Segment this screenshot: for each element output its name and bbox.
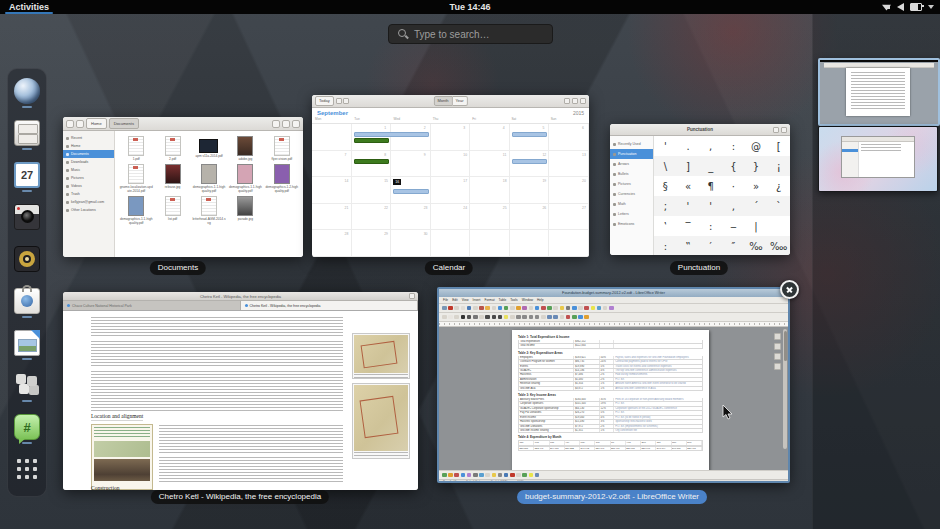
toolbar-icon[interactable] (448, 473, 453, 478)
category-letters[interactable]: Letters (610, 209, 653, 219)
toolbar-icon[interactable] (584, 315, 589, 320)
toolbar-icon[interactable] (609, 306, 614, 311)
toolbar-icon[interactable] (522, 473, 527, 478)
toolbar-icon[interactable] (510, 473, 515, 478)
category-arrows[interactable]: Arrows (610, 159, 653, 169)
toolbar-icon[interactable] (529, 306, 534, 311)
file-item[interactable]: demographics-1.1-highquality.pdf (228, 164, 262, 193)
thumbnail-map[interactable] (352, 333, 410, 379)
toolbar-icon[interactable] (535, 473, 540, 478)
sidebar-item-other-locations[interactable]: Other Locations (63, 206, 114, 214)
toolbar-icon[interactable] (442, 306, 447, 311)
glyph-cell[interactable]: « (677, 176, 700, 196)
writer-sidebar-tabs[interactable] (774, 333, 781, 370)
glyph-cell[interactable]: _ (699, 156, 722, 176)
toolbar-icon[interactable] (485, 315, 490, 320)
dash-item-characters[interactable] (10, 372, 44, 410)
category-punctuation[interactable]: Punctuation (610, 149, 653, 159)
prev-month-icon[interactable] (336, 98, 342, 104)
toolbar-icon[interactable] (560, 306, 565, 311)
menu-view[interactable]: View (462, 298, 469, 302)
browser-tab[interactable]: Chaco Culture National Historical Park (63, 301, 241, 310)
toolbar-icon[interactable] (492, 473, 497, 478)
glyph-cell[interactable]: ‟ (677, 236, 700, 255)
toolbar-icon[interactable] (492, 306, 497, 311)
menu-help[interactable]: Help (537, 298, 544, 302)
menu-table[interactable]: Table (499, 298, 507, 302)
path-home-button[interactable]: Home (86, 118, 107, 129)
toolbar-icon[interactable] (516, 306, 521, 311)
menu-window[interactable]: Window (522, 298, 533, 302)
glyph-cell[interactable]: ' (677, 196, 700, 216)
today-button[interactable]: Today (315, 96, 334, 106)
glyph-cell[interactable]: } (745, 156, 768, 176)
toolbar-icon[interactable] (454, 306, 459, 311)
toolbar-icon[interactable] (492, 315, 497, 320)
toolbar-icon[interactable] (473, 306, 478, 311)
toolbar-icon[interactable] (510, 315, 515, 320)
sidebar-item-documents[interactable]: Documents (63, 150, 114, 158)
toolbar-icon[interactable] (578, 315, 583, 320)
menu-icon[interactable] (773, 127, 779, 133)
glyph-cell[interactable]: : (722, 136, 745, 156)
view-month-button[interactable]: Month (433, 96, 452, 106)
calendar-cell[interactable] (470, 230, 510, 257)
workspace-thumbnail-1[interactable] (818, 58, 940, 126)
back-icon[interactable] (66, 120, 74, 128)
glyph-cell[interactable]: ] (677, 156, 700, 176)
calendar-event[interactable] (354, 159, 390, 164)
toolbar-icon[interactable] (461, 315, 466, 320)
glyph-cell[interactable]: ´ (745, 196, 768, 216)
toolbar-icon[interactable] (504, 315, 509, 320)
glyph-cell[interactable]: . (677, 136, 700, 156)
toolbar-icon[interactable] (553, 315, 558, 320)
sidebar-item-trash[interactable]: Trash (63, 190, 114, 198)
toolbar-icon[interactable] (603, 306, 608, 311)
toolbar-icon[interactable] (467, 306, 472, 311)
glyph-cell[interactable]: ¡ (767, 156, 790, 176)
close-window-button[interactable] (780, 280, 799, 299)
close-icon[interactable] (781, 127, 787, 133)
dash-item-music[interactable] (10, 246, 44, 284)
scrollbar[interactable] (783, 329, 787, 449)
glyph-cell[interactable]: ` (767, 196, 790, 216)
view-year-button[interactable]: Year (453, 96, 468, 106)
calendar-cell[interactable] (312, 124, 352, 151)
menu-icon[interactable] (580, 98, 586, 104)
toolbar-icon[interactable] (473, 473, 478, 478)
glyph-cell[interactable]: : (654, 236, 677, 255)
calendars-icon[interactable] (572, 98, 578, 104)
glyph-cell[interactable]: : (699, 216, 722, 236)
file-item[interactable]: flyer-vision.pdf (265, 136, 299, 161)
file-item[interactable]: gnome-localization-update-2014.pdf (119, 164, 153, 193)
view-toggle-icon[interactable] (282, 120, 290, 128)
calendar-cell[interactable] (549, 230, 589, 257)
glyph-cell[interactable]: · (722, 176, 745, 196)
glyph-cell[interactable]: ‰ (745, 236, 768, 255)
sidebar-item-home[interactable]: Home (63, 142, 114, 150)
calendar-event[interactable] (354, 138, 390, 143)
toolbar-icon[interactable] (454, 473, 459, 478)
toolbar-icon[interactable] (572, 306, 577, 311)
glyph-cell[interactable]: ¿ (767, 176, 790, 196)
toolbar-icon[interactable] (479, 473, 484, 478)
glyph-cell[interactable]: [ (767, 136, 790, 156)
toolbar-icon[interactable] (547, 306, 552, 311)
dash-item-web-browser[interactable] (10, 78, 44, 116)
calendar-event[interactable] (512, 132, 548, 137)
category-math[interactable]: Math (610, 199, 653, 209)
toolbar-icon[interactable] (541, 315, 546, 320)
show-applications-button[interactable] (10, 456, 44, 488)
toolbar-icon[interactable] (547, 315, 552, 320)
toolbar-icon[interactable] (479, 315, 484, 320)
toolbar-icon[interactable] (442, 315, 447, 320)
glyph-cell[interactable]: ‒ (722, 216, 745, 236)
toolbar-icon[interactable] (535, 315, 540, 320)
calendar-event[interactable] (393, 189, 429, 194)
toolbar-icon[interactable] (461, 473, 466, 478)
toolbar-icon[interactable] (498, 306, 503, 311)
path-documents-button[interactable]: Documents (109, 118, 139, 129)
toolbar-icon[interactable] (541, 306, 546, 311)
toolbar-icon[interactable] (516, 473, 521, 478)
toolbar-icon[interactable] (448, 306, 453, 311)
